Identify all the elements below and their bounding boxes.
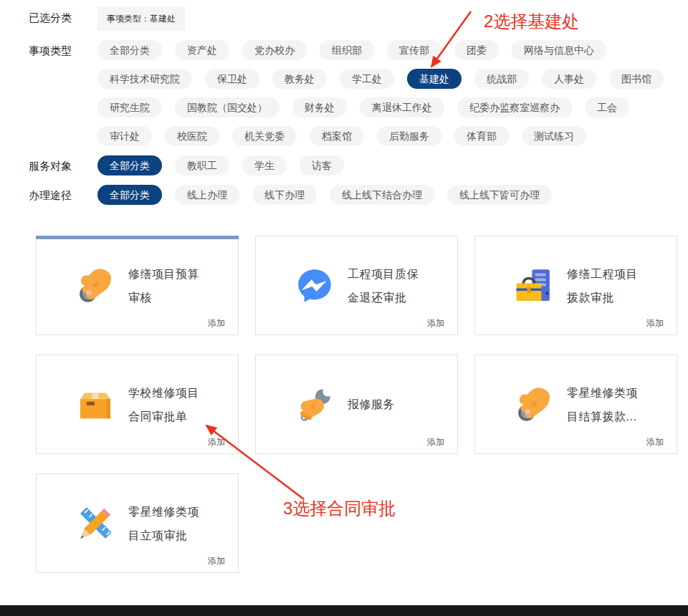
chip-体育部[interactable]: 体育部 <box>454 126 509 146</box>
selected-filter-tag[interactable]: 事项类型：基建处 <box>97 7 185 31</box>
item-type-label: 事项类型 <box>29 40 97 58</box>
add-button[interactable]: 添加 <box>427 436 444 448</box>
chip-线上办理[interactable]: 线上办理 <box>175 185 239 205</box>
bottom-taskbar-strip <box>0 605 688 616</box>
card-title: 学校维修项目 合同审批单 <box>128 381 199 428</box>
chip-工会[interactable]: 工会 <box>585 97 629 117</box>
service-card-7[interactable]: 零星维修类项 目立项审批 添加 <box>36 473 239 573</box>
service-card-2[interactable]: 工程项目质保 金退还审批 添加 <box>255 236 458 335</box>
chip-校医院[interactable]: 校医院 <box>165 126 219 146</box>
selected-category-label: 已选分类 <box>29 7 97 25</box>
coin-hand-icon <box>75 266 115 306</box>
service-target-row: 服务对象 全部分类教职工学生访客 <box>29 155 688 175</box>
chip-基建处[interactable]: 基建处 <box>407 69 462 89</box>
add-button[interactable]: 添加 <box>208 555 225 567</box>
chip-教职工[interactable]: 教职工 <box>175 155 229 175</box>
chip-党办校办[interactable]: 党办校办 <box>242 40 307 60</box>
chip-保卫处[interactable]: 保卫处 <box>205 69 259 89</box>
card-title: 零星维修类项 目结算拨款... <box>567 381 638 428</box>
chip-资产处[interactable]: 资产处 <box>175 40 229 60</box>
coin-hand-icon <box>514 385 554 425</box>
card-title: 零星维修类项 目立项审批 <box>128 500 199 547</box>
chip-人事处[interactable]: 人事处 <box>542 69 596 89</box>
chip-线上线下结合办理[interactable]: 线上线下结合办理 <box>330 185 434 205</box>
chip-后勤服务[interactable]: 后勤服务 <box>377 126 441 146</box>
channel-row: 办理途径 全部分类线上办理线下办理线上线下结合办理线上线下皆可办理 <box>29 185 688 205</box>
chip-统战部[interactable]: 统战部 <box>474 69 529 89</box>
card-title: 修缮工程项目 拨款审批 <box>567 262 638 309</box>
card-title: 修缮项目预算 审核 <box>128 262 199 309</box>
chip-网络与信息中心[interactable]: 网络与信息中心 <box>512 40 606 60</box>
service-card-4[interactable]: 学校维修项目 合同审批单 添加 <box>36 355 239 454</box>
messenger-icon <box>295 266 335 306</box>
service-card-5[interactable]: 报修服务 添加 <box>255 355 458 454</box>
chip-list-service-target: 全部分类教职工学生访客 <box>97 155 671 175</box>
add-button[interactable]: 添加 <box>208 317 225 329</box>
chip-测试练习[interactable]: 测试练习 <box>522 126 586 146</box>
package-box-icon <box>75 385 115 425</box>
chip-全部分类[interactable]: 全部分类 <box>97 155 162 175</box>
chip-科学技术研究院[interactable]: 科学技术研究院 <box>97 69 192 89</box>
card-title: 工程项目质保 金退还审批 <box>348 262 419 309</box>
chip-离退休工作处[interactable]: 离退休工作处 <box>360 97 444 117</box>
chip-审计处[interactable]: 审计处 <box>97 126 152 146</box>
chip-list-channel: 全部分类线上办理线下办理线上线下结合办理线上线下皆可办理 <box>97 185 671 205</box>
step3-annotation: 3选择合同审批 <box>283 497 396 520</box>
filter-panel: 已选分类 事项类型：基建处 事项类型 全部分类资产处党办校办组织部宣传部团委网络… <box>0 0 688 205</box>
chip-全部分类[interactable]: 全部分类 <box>97 185 162 205</box>
add-button[interactable]: 添加 <box>427 317 444 329</box>
chip-组织部[interactable]: 组织部 <box>320 40 374 60</box>
chip-国教院（国交处）[interactable]: 国教院（国交处） <box>175 97 280 117</box>
chip-线上线下皆可办理[interactable]: 线上线下皆可办理 <box>447 185 552 205</box>
chip-list-item-type: 全部分类资产处党办校办组织部宣传部团委网络与信息中心科学技术研究院保卫处教务处学… <box>97 40 671 146</box>
channel-label: 办理途径 <box>29 185 97 203</box>
chip-档案馆[interactable]: 档案馆 <box>310 126 364 146</box>
chip-图书馆[interactable]: 图书馆 <box>609 69 664 89</box>
chip-学生[interactable]: 学生 <box>242 155 287 175</box>
chip-全部分类[interactable]: 全部分类 <box>97 40 162 60</box>
chip-学工处[interactable]: 学工处 <box>340 69 394 89</box>
item-type-row: 事项类型 全部分类资产处党办校办组织部宣传部团委网络与信息中心科学技术研究院保卫… <box>29 40 688 146</box>
add-button[interactable]: 添加 <box>208 436 225 448</box>
service-target-label: 服务对象 <box>29 155 97 173</box>
selected-category-row: 已选分类 事项类型：基建处 <box>29 7 688 31</box>
wrench-hand-icon <box>295 385 335 425</box>
chip-访客[interactable]: 访客 <box>300 155 344 175</box>
service-card-1[interactable]: 修缮项目预算 审核 添加 <box>36 236 239 335</box>
card-title: 报修服务 <box>348 393 395 416</box>
service-card-6[interactable]: 零星维修类项 目结算拨款... 添加 <box>474 355 677 454</box>
toolbox-icon <box>514 266 554 306</box>
chip-纪委办监察室巡察办[interactable]: 纪委办监察室巡察办 <box>457 97 572 117</box>
chip-宣传部[interactable]: 宣传部 <box>387 40 441 60</box>
chip-研究生院[interactable]: 研究生院 <box>97 97 162 117</box>
step2-annotation: 2选择基建处 <box>484 10 579 33</box>
chip-教务处[interactable]: 教务处 <box>272 69 327 89</box>
chip-线下办理[interactable]: 线下办理 <box>252 185 317 205</box>
add-button[interactable]: 添加 <box>646 317 664 329</box>
service-card-3[interactable]: 修缮工程项目 拨款审批 添加 <box>474 236 677 335</box>
add-button[interactable]: 添加 <box>646 436 664 448</box>
pencil-ruler-icon <box>75 504 115 544</box>
service-card-grid: 修缮项目预算 审核 添加 工程项目质保 金退还审批 添加 <box>36 236 677 573</box>
chip-财务处[interactable]: 财务处 <box>292 97 347 117</box>
chip-团委[interactable]: 团委 <box>454 40 499 60</box>
chip-机关党委[interactable]: 机关党委 <box>232 126 297 146</box>
